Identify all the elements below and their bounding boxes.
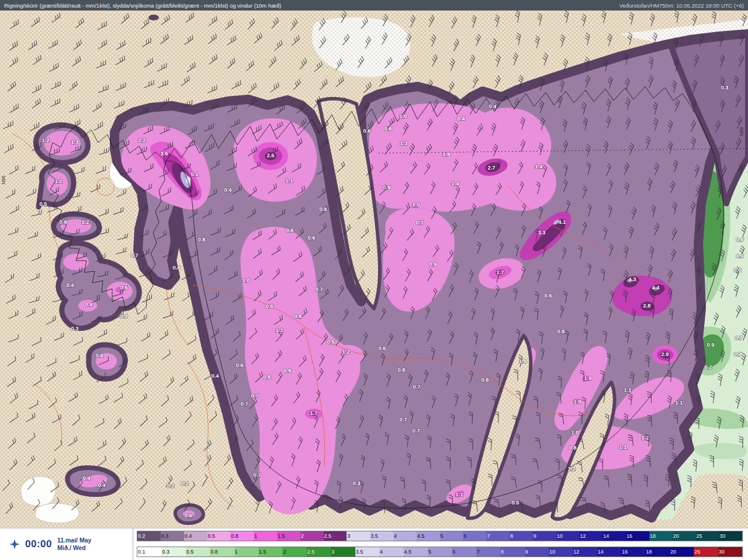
svg-text:0.6: 0.6 <box>378 345 386 351</box>
svg-text:0.8: 0.8 <box>198 236 205 243</box>
svg-text:0.4: 0.4 <box>98 482 106 488</box>
forecast-time: 00:00 <box>25 538 52 550</box>
legend-cell: 0.8 <box>210 547 234 556</box>
svg-text:1.4: 1.4 <box>535 163 543 170</box>
svg-text:N99: N99 <box>739 127 744 136</box>
svg-text:0.2: 0.2 <box>167 482 174 489</box>
weather-forecast-viewer: Rigning/skúrir (grænt/blátt/rautt - mm/1… <box>0 0 748 560</box>
svg-text:0.4: 0.4 <box>82 475 91 481</box>
legend-cell: 1.5 <box>258 547 282 556</box>
svg-text:1.1: 1.1 <box>675 399 683 406</box>
svg-text:1.9: 1.9 <box>584 375 591 381</box>
svg-text:0.4: 0.4 <box>120 313 128 319</box>
svg-text:0.7: 0.7 <box>733 351 741 357</box>
legend-cell: 5 <box>428 547 452 556</box>
svg-text:1.1: 1.1 <box>619 444 627 450</box>
svg-text:3.6: 3.6 <box>160 150 168 157</box>
svg-text:1.2: 1.2 <box>275 327 283 333</box>
legend-cell: 14 <box>597 547 621 556</box>
legend-scales: 0.20.30.40.50.811.522.533.544.5567891012… <box>133 528 748 560</box>
legend-cell: 3.5 <box>370 531 393 541</box>
svg-text:0.7: 0.7 <box>130 252 138 258</box>
svg-text:0.7: 0.7 <box>415 219 423 226</box>
svg-text:2.9: 2.9 <box>661 351 669 357</box>
svg-text:2.2: 2.2 <box>138 137 146 143</box>
svg-text:4.1: 4.1 <box>558 219 566 225</box>
legend-cell: 4 <box>393 531 417 541</box>
legend-cell: 4.5 <box>403 547 427 556</box>
svg-text:3.3: 3.3 <box>538 229 545 236</box>
svg-text:0.7: 0.7 <box>735 334 742 341</box>
svg-text:1.1: 1.1 <box>285 177 293 184</box>
map-canvas: 0.31.21.32.23.65.12.51.00.60.60.40.41.31… <box>0 11 748 528</box>
legend-cell: 6 <box>463 531 486 541</box>
svg-text:1.1: 1.1 <box>624 386 632 393</box>
svg-text:1.8: 1.8 <box>442 151 450 157</box>
legend-cell: 25 <box>694 547 718 556</box>
legend-cell: 14 <box>602 531 626 541</box>
svg-text:0.6: 0.6 <box>736 236 743 243</box>
legend-cell: 4.5 <box>417 531 440 541</box>
sleet-snow-scale: 0.20.30.40.50.811.522.533.544.5567891012… <box>137 531 743 541</box>
rain-scale: 0.10.30.50.811.522.533.544.5567891012141… <box>137 547 743 557</box>
svg-text:0.6: 0.6 <box>736 253 743 259</box>
legend-cell: 9 <box>533 531 556 541</box>
svg-text:1.2: 1.2 <box>342 348 349 355</box>
svg-text:1.2: 1.2 <box>41 137 49 143</box>
legend-cell: 20 <box>670 547 694 556</box>
legend-cell: 4 <box>379 547 403 556</box>
svg-text:0.4: 0.4 <box>457 115 465 122</box>
svg-text:0.2: 0.2 <box>704 364 712 370</box>
svg-text:0.8: 0.8 <box>319 206 327 212</box>
svg-text:2.5: 2.5 <box>266 152 275 158</box>
svg-text:2.8: 2.8 <box>643 302 650 309</box>
svg-text:1.7: 1.7 <box>496 269 504 275</box>
svg-text:0.6: 0.6 <box>544 292 552 299</box>
legend-cell: 3.5 <box>355 547 379 556</box>
svg-text:0.8: 0.8 <box>557 328 565 334</box>
svg-text:0.4: 0.4 <box>224 186 232 193</box>
svg-text:1.2: 1.2 <box>567 465 575 472</box>
map-footer: 00:00 11.maí/ May Mið./ Wed 0.20.30.40.5… <box>0 528 748 560</box>
svg-text:0.6: 0.6 <box>384 125 392 132</box>
svg-text:0.5: 0.5 <box>327 338 335 345</box>
svg-text:4.4: 4.4 <box>652 284 660 291</box>
svg-text:4.3: 4.3 <box>628 276 636 282</box>
svg-text:1.2: 1.2 <box>81 219 89 225</box>
svg-text:0.4: 0.4 <box>211 372 219 379</box>
svg-text:0.8: 0.8 <box>569 444 576 451</box>
forecast-weekday: Mið./ Wed <box>57 544 91 552</box>
svg-text:1.2: 1.2 <box>641 434 649 441</box>
forecast-date: 11.maí/ May <box>57 537 91 544</box>
legend-cell: 9 <box>525 547 549 556</box>
svg-text:0.4: 0.4 <box>95 352 103 358</box>
svg-text:0.9: 0.9 <box>707 341 714 348</box>
legend-cell: 18 <box>646 547 670 556</box>
svg-text:0.7: 0.7 <box>315 286 323 292</box>
svg-text:0.6: 0.6 <box>363 127 370 134</box>
svg-text:1.7: 1.7 <box>310 410 317 416</box>
svg-text:N96: N96 <box>1 175 6 185</box>
svg-text:0.6: 0.6 <box>263 374 271 380</box>
legend-cell: 0.1 <box>137 547 161 556</box>
legend-cell: 0.4 <box>184 531 207 541</box>
svg-text:0.9: 0.9 <box>429 261 437 267</box>
svg-text:1.0: 1.0 <box>412 201 420 208</box>
svg-text:0.4: 0.4 <box>489 103 497 109</box>
svg-text:0.6: 0.6 <box>286 227 293 233</box>
legend-cell: 16 <box>626 531 649 541</box>
legend-cell: 2 <box>300 531 324 541</box>
map-title-bar: Rigning/skúrir (grænt/blátt/rautt - mm/1… <box>0 0 748 11</box>
svg-text:0.7: 0.7 <box>399 416 407 423</box>
svg-text:1.9: 1.9 <box>573 398 581 405</box>
svg-text:0.6: 0.6 <box>307 234 315 241</box>
time-block: 00:00 11.maí/ May Mið./ Wed <box>0 528 133 560</box>
svg-text:0.7: 0.7 <box>253 472 261 478</box>
svg-text:1.4: 1.4 <box>451 180 459 186</box>
legend-cell: 8 <box>510 531 533 541</box>
svg-text:0.7: 0.7 <box>251 392 258 399</box>
svg-text:1.3: 1.3 <box>400 140 407 146</box>
legend-cell: 18 <box>649 531 673 541</box>
legend-cell: 25 <box>696 531 719 541</box>
svg-text:0.9: 0.9 <box>59 219 67 225</box>
